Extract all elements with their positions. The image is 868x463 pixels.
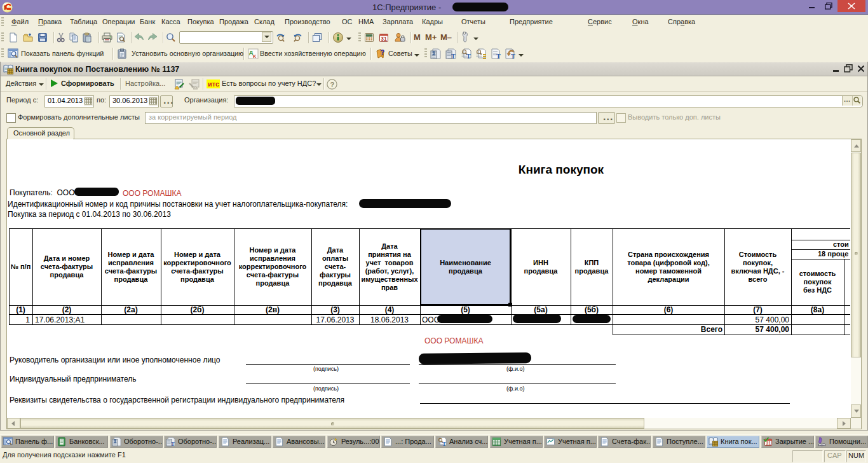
svg-text:T: T	[451, 53, 456, 59]
svg-text:T: T	[442, 441, 446, 446]
svg-text:T: T	[496, 53, 501, 59]
svg-text:?: ?	[330, 81, 335, 88]
svg-text:31: 31	[766, 441, 771, 445]
svg-text:T: T	[466, 53, 471, 59]
svg-text:T: T	[511, 53, 515, 59]
svg-text:К: К	[253, 53, 256, 59]
svg-text:T: T	[171, 441, 175, 446]
svg-text:31: 31	[381, 36, 387, 42]
svg-text:?: ?	[381, 48, 385, 56]
